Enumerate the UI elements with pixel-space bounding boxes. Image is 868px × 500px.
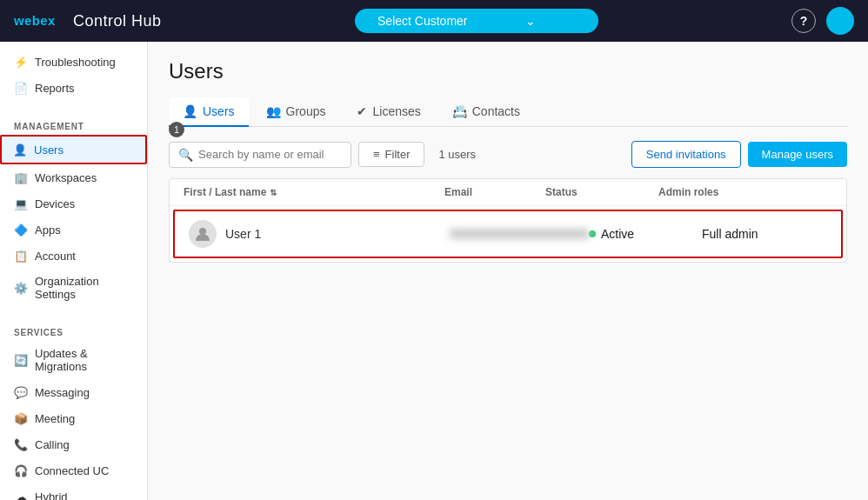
name-header-label: First / Last name xyxy=(184,186,266,198)
status-label: Active xyxy=(601,227,634,241)
more-options-button[interactable]: ⋮ xyxy=(841,221,847,247)
toolbar: 1 🔍 ≡ Filter 1 users Send invitations Ma… xyxy=(169,141,847,168)
user-admin-roles: Full admin xyxy=(702,227,841,241)
main-layout: ⚡ Troubleshooting 📄 Reports MANAGEMENT 👤… xyxy=(0,42,868,500)
users-tab-icon: 👤 xyxy=(183,104,197,118)
users-tab-label: Users xyxy=(203,104,235,118)
column-header-email: Email xyxy=(444,186,545,198)
workspaces-icon: 🏢 xyxy=(14,170,28,184)
account-icon: 📋 xyxy=(14,249,28,263)
status-active-dot xyxy=(589,230,596,237)
reports-icon: 📄 xyxy=(14,81,28,95)
sidebar-item-label: Reports xyxy=(35,82,75,95)
sidebar-item-meeting[interactable]: 📦 Meeting xyxy=(0,405,147,431)
sidebar-item-calling[interactable]: 📞 Calling xyxy=(0,431,147,457)
org-settings-icon: ⚙️ xyxy=(14,281,28,295)
sidebar-item-devices[interactable]: 💻 Devices xyxy=(0,190,147,217)
licenses-tab-label: Licenses xyxy=(372,104,420,118)
customer-select-label: Select Customer xyxy=(372,14,473,28)
users-table: First / Last name ⇅ Email Status Admin r… xyxy=(169,178,847,263)
apps-icon: 🔷 xyxy=(14,223,28,237)
help-button[interactable]: ? xyxy=(791,9,816,33)
sidebar-item-hybrid[interactable]: ☁ Hybrid xyxy=(0,483,147,500)
sidebar-item-label: Account xyxy=(35,250,76,263)
logo: webex Control Hub xyxy=(14,10,162,31)
sidebar-item-workspaces[interactable]: 🏢 Workspaces xyxy=(0,164,147,190)
manage-users-button[interactable]: Manage users xyxy=(748,142,847,167)
sidebar-item-label: Workspaces xyxy=(35,171,97,184)
table-row[interactable]: 2 User 1 Active Full admin ⋮ xyxy=(173,210,843,258)
sidebar-item-connected-uc[interactable]: 🎧 Connected UC xyxy=(0,457,147,483)
users-icon: 👤 xyxy=(13,143,27,157)
sidebar-item-messaging[interactable]: 💬 Messaging xyxy=(0,379,147,405)
sidebar-item-label: Devices xyxy=(35,197,75,210)
tab-contacts[interactable]: 📇 Contacts xyxy=(438,97,534,127)
svg-text:webex: webex xyxy=(14,13,56,28)
sidebar-services-section: SERVICES 🔄 Updates & Migrations 💬 Messag… xyxy=(0,314,147,500)
services-label: SERVICES xyxy=(0,321,147,341)
content-area: Users 👤 Users 👥 Groups ✔ Licenses 📇 Cont… xyxy=(148,42,868,500)
calling-icon: 📞 xyxy=(14,437,28,451)
column-header-admin-roles: Admin roles xyxy=(658,186,798,198)
user-email xyxy=(450,229,589,239)
groups-tab-icon: 👥 xyxy=(266,104,281,118)
sidebar-item-label: Hybrid xyxy=(35,490,68,501)
sort-icon: ⇅ xyxy=(270,188,277,197)
hybrid-icon: ☁ xyxy=(14,490,28,500)
top-navigation: webex Control Hub Select Customer ⌄ ? xyxy=(0,0,868,42)
nav-right: ? xyxy=(791,7,854,35)
user-cell: User 1 xyxy=(189,220,450,248)
sidebar-item-label: Meeting xyxy=(35,412,75,425)
column-header-name: First / Last name ⇅ xyxy=(184,186,444,198)
filter-label: Filter xyxy=(385,148,411,161)
sidebar-item-updates[interactable]: 🔄 Updates & Migrations xyxy=(0,341,147,379)
user-count: 1 users xyxy=(438,148,476,161)
avatar[interactable] xyxy=(826,7,854,35)
sidebar-item-reports[interactable]: 📄 Reports xyxy=(0,75,147,101)
updates-icon: 🔄 xyxy=(14,353,28,367)
send-invitations-button[interactable]: Send invitations xyxy=(631,141,741,168)
page-title: Users xyxy=(169,59,847,83)
sidebar-item-label: Calling xyxy=(35,438,70,451)
table-header: First / Last name ⇅ Email Status Admin r… xyxy=(170,179,846,206)
connected-uc-icon: 🎧 xyxy=(14,463,28,477)
sidebar-item-label: Troubleshooting xyxy=(35,56,116,69)
messaging-icon: 💬 xyxy=(14,385,28,399)
troubleshooting-icon: ⚡ xyxy=(14,55,28,69)
sidebar: ⚡ Troubleshooting 📄 Reports MANAGEMENT 👤… xyxy=(0,42,148,500)
groups-tab-label: Groups xyxy=(286,104,326,118)
sidebar-item-troubleshooting[interactable]: ⚡ Troubleshooting xyxy=(0,49,147,75)
column-header-actions xyxy=(798,186,832,198)
search-box[interactable]: 🔍 xyxy=(169,142,351,168)
sidebar-item-org-settings[interactable]: ⚙️ Organization Settings xyxy=(0,269,147,307)
licenses-tab-icon: ✔ xyxy=(357,104,367,118)
user-name: User 1 xyxy=(225,227,261,241)
tab-licenses[interactable]: ✔ Licenses xyxy=(343,97,434,127)
sidebar-item-account[interactable]: 📋 Account xyxy=(0,243,147,269)
avatar xyxy=(189,220,217,248)
email-blurred xyxy=(450,229,589,239)
annotation-1: 1 xyxy=(169,122,184,137)
sidebar-management-section: MANAGEMENT 👤 Users 🏢 Workspaces 💻 Device… xyxy=(0,108,147,314)
sidebar-item-apps[interactable]: 🔷 Apps xyxy=(0,217,147,243)
meeting-icon: 📦 xyxy=(14,411,28,425)
management-label: MANAGEMENT xyxy=(0,115,147,135)
sidebar-top-section: ⚡ Troubleshooting 📄 Reports xyxy=(0,42,147,108)
app-title: Control Hub xyxy=(73,12,162,30)
user-status: Active xyxy=(589,227,702,241)
tabs-bar: 👤 Users 👥 Groups ✔ Licenses 📇 Contacts xyxy=(169,97,847,127)
contacts-tab-icon: 📇 xyxy=(452,104,467,118)
svg-point-1 xyxy=(199,228,206,235)
customer-select-button[interactable]: Select Customer ⌄ xyxy=(355,9,598,33)
tab-groups[interactable]: 👥 Groups xyxy=(252,97,340,127)
sidebar-item-users[interactable]: 👤 Users xyxy=(0,135,147,164)
filter-button[interactable]: ≡ Filter xyxy=(358,142,424,167)
contacts-tab-label: Contacts xyxy=(472,104,520,118)
sidebar-item-label: Organization Settings xyxy=(35,275,133,301)
user-actions-cell: ⋮ xyxy=(841,221,847,247)
filter-icon: ≡ xyxy=(373,148,380,161)
sidebar-item-label: Connected UC xyxy=(35,464,109,477)
sidebar-item-label: Apps xyxy=(35,223,61,237)
sidebar-item-label: Messaging xyxy=(35,386,90,399)
search-input[interactable] xyxy=(198,148,342,161)
